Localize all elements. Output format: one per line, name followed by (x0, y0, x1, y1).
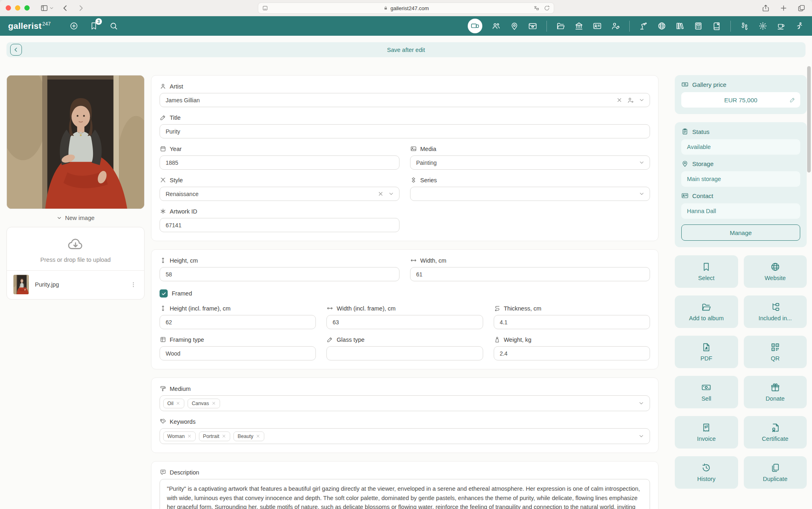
donate-button[interactable]: Donate (744, 376, 807, 408)
tag-pill[interactable]: Canvas (188, 399, 220, 408)
nav-studio[interactable] (639, 22, 648, 30)
page-settings-icon[interactable] (262, 5, 268, 11)
nav-contacts[interactable] (492, 22, 501, 30)
description-textarea[interactable]: "Purity" is a captivating artwork that f… (160, 479, 650, 509)
back-button[interactable] (10, 44, 22, 56)
glass-type-input[interactable] (326, 346, 483, 360)
reload-icon[interactable] (544, 5, 550, 11)
sidebar-chevron-icon[interactable] (49, 6, 54, 11)
framed-checkbox[interactable] (160, 289, 168, 298)
title-input[interactable] (160, 124, 650, 138)
back-navigation-icon[interactable] (61, 4, 69, 12)
invoice-button[interactable]: Invoice (675, 416, 738, 449)
close-window-button[interactable] (6, 5, 11, 11)
chevron-down-icon[interactable] (388, 191, 394, 197)
style-select[interactable] (160, 187, 400, 201)
nav-contact-cards[interactable] (593, 22, 602, 30)
sell-button[interactable]: Sell (675, 376, 738, 408)
artwork-id-input[interactable] (160, 218, 400, 232)
chevron-down-icon[interactable] (639, 97, 645, 103)
bookmarks-button[interactable]: 3 (89, 22, 98, 30)
nav-albums[interactable] (556, 22, 565, 30)
gallery-price-field[interactable]: EUR 75,000 (681, 92, 800, 108)
tag-pill[interactable]: Beauty (233, 431, 264, 441)
storage-field[interactable]: Main storage (681, 171, 800, 187)
zoom-window-button[interactable] (24, 5, 30, 11)
website-button[interactable]: Website (744, 255, 807, 288)
weight-input[interactable] (494, 346, 650, 360)
sidebar-toggle-icon[interactable] (40, 4, 48, 12)
framed-checkbox-row[interactable]: Framed (160, 289, 650, 298)
tag-pill[interactable]: Woman (163, 431, 196, 441)
nav-lounge[interactable] (777, 22, 786, 30)
file-list-item[interactable]: Purity.jpg (7, 271, 144, 299)
file-dropzone[interactable]: Press or drop file to upload (7, 227, 144, 271)
add-new-button[interactable] (69, 22, 78, 30)
url-bar[interactable]: gallerist247.com (258, 2, 554, 14)
nav-artworks-active[interactable] (468, 19, 482, 33)
page-scrollbar[interactable] (807, 66, 811, 507)
framing-type-input[interactable] (160, 346, 316, 360)
year-input[interactable] (160, 155, 400, 170)
nav-logout[interactable] (795, 22, 804, 30)
manage-button[interactable]: Manage (681, 224, 800, 241)
chevron-down-icon[interactable] (638, 433, 644, 439)
artwork-image[interactable] (6, 75, 145, 209)
nav-website[interactable] (657, 22, 666, 30)
clear-artist-icon[interactable] (616, 97, 622, 103)
scrollbar-thumb[interactable] (807, 66, 811, 173)
nav-accounting[interactable] (694, 22, 703, 30)
chevron-down-icon[interactable] (638, 400, 644, 406)
nav-tracking[interactable] (740, 22, 749, 30)
included-in-button[interactable]: Included in... (744, 295, 807, 328)
remove-tag-icon[interactable] (222, 434, 226, 438)
status-field[interactable]: Available (681, 139, 800, 155)
edit-price-icon[interactable] (789, 97, 796, 103)
media-select[interactable] (410, 155, 650, 170)
keywords-tags-input[interactable]: WomanPortraitBeauty (160, 428, 650, 444)
remove-tag-icon[interactable] (256, 434, 260, 438)
forward-navigation-icon[interactable] (77, 4, 85, 12)
height-frame-input[interactable] (160, 315, 316, 329)
translate-icon[interactable] (533, 5, 540, 11)
duplicate-button[interactable]: Duplicate (744, 456, 807, 489)
thickness-input[interactable] (494, 315, 650, 329)
remove-tag-icon[interactable] (187, 434, 192, 438)
nav-sales[interactable] (528, 22, 537, 30)
search-button[interactable] (109, 22, 118, 30)
tag-pill[interactable]: Portrait (199, 431, 230, 441)
artist-input[interactable] (160, 93, 650, 107)
app-logo[interactable]: gallerist247 (8, 21, 51, 31)
width-frame-input[interactable] (326, 315, 483, 329)
new-tab-icon[interactable] (780, 4, 788, 12)
nav-catalog[interactable] (712, 22, 721, 30)
certificate-button[interactable]: Certificate (744, 416, 807, 449)
chevron-down-icon[interactable] (639, 191, 645, 197)
contact-field[interactable]: Hanna Dall (681, 203, 800, 219)
save-after-edit-link[interactable]: Save after edit (387, 47, 425, 53)
nav-settings[interactable] (758, 22, 767, 30)
clear-style-icon[interactable] (378, 191, 384, 197)
nav-clients[interactable] (611, 22, 620, 30)
tab-overview-icon[interactable] (797, 4, 806, 12)
series-select[interactable] (410, 187, 650, 201)
new-image-dropdown[interactable]: New image (6, 215, 145, 221)
tag-pill[interactable]: Oil (163, 399, 184, 408)
qr-button[interactable]: QR (744, 336, 807, 368)
pdf-button[interactable]: PDF (675, 336, 738, 368)
chevron-down-icon[interactable] (639, 160, 645, 166)
history-button[interactable]: History (675, 456, 738, 489)
height-input[interactable] (160, 267, 400, 281)
nav-locations[interactable] (510, 22, 519, 30)
nav-institutions[interactable] (574, 22, 583, 30)
medium-tags-input[interactable]: OilCanvas (160, 395, 650, 411)
select-button[interactable]: Select (675, 255, 738, 288)
nav-library[interactable] (676, 22, 685, 30)
add-person-icon[interactable] (627, 97, 634, 104)
remove-tag-icon[interactable] (212, 401, 216, 405)
share-icon[interactable] (762, 4, 770, 12)
remove-tag-icon[interactable] (176, 401, 180, 405)
width-input[interactable] (410, 267, 650, 281)
add-to-album-button[interactable]: Add to album (675, 295, 738, 328)
minimize-window-button[interactable] (15, 5, 20, 11)
